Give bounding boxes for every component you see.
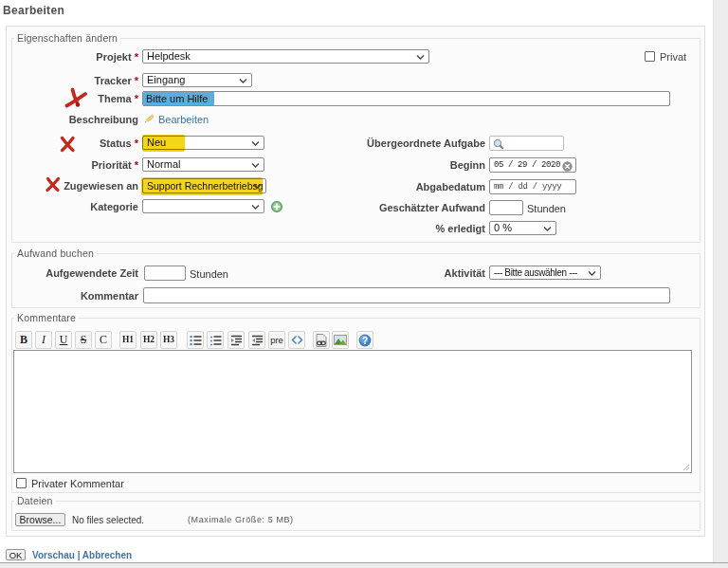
svg-text:?: ? [362,336,368,346]
